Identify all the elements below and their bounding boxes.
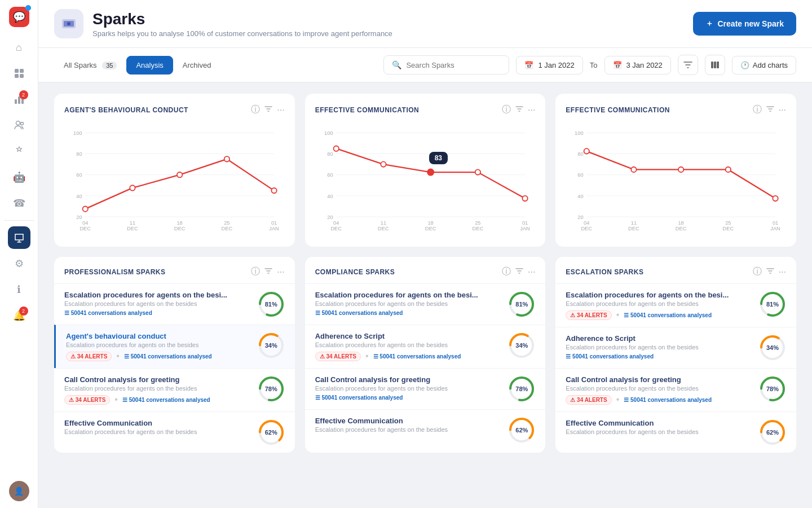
list-item-1-2[interactable]: Call Control analysis for greeting Escal… [305,368,546,409]
list-actions-2[interactable]: ⓘ ··· [753,266,786,278]
list-actions-0[interactable]: ⓘ ··· [251,266,284,278]
svg-text:JAN: JAN [520,226,530,231]
info-icon-2[interactable]: ⓘ [753,104,762,116]
gear-icon[interactable]: ⚙ [8,252,30,275]
pct-label-1-1: 34% [508,332,535,359]
info-list-icon-0[interactable]: ⓘ [251,266,260,278]
alert-badge-0-1: ⚠ 34 ALERTS [66,352,112,361]
svg-point-63 [475,169,480,174]
dashboard-icon[interactable] [8,62,30,85]
more-icon-2[interactable]: ··· [779,105,786,115]
list-item-desc-1-0: Escalation procedures for agents on the … [315,300,503,307]
date-to-box[interactable]: 📅 3 Jan 2022 [604,56,671,75]
svg-text:40: 40 [327,194,333,199]
filter-chart-icon-1[interactable] [515,105,523,115]
list-item-2-2[interactable]: Call Control analysis for greeting Escal… [555,368,796,411]
conv-badge-0-2: ☰ 50041 conversations analysed [122,397,210,403]
list-actions-1[interactable]: ⓘ ··· [502,266,535,278]
list-item-1-3[interactable]: Effective Communication Escalation proce… [305,409,546,450]
chart-actions-2[interactable]: ⓘ ··· [753,104,786,116]
list-item-content-2-3: Effective Communication Escalation proce… [566,419,753,435]
robot-icon[interactable]: 🤖 [8,166,30,189]
list-item-0-2[interactable]: Call Control analysis for greeting Escal… [54,368,295,411]
phone-icon[interactable]: ☎ [8,192,30,214]
tab-analysis[interactable]: Analysis [126,56,173,75]
svg-text:DEC: DEC [723,226,734,231]
main-content: Sparks Sparks helps you to analyse 100% … [38,0,812,508]
list-item-content-0-2: Call Control analysis for greeting Escal… [64,375,252,405]
more-list-icon-1[interactable]: ··· [528,267,535,277]
home-icon[interactable]: ⌂ [8,36,30,59]
pct-label-1-2: 78% [508,375,535,402]
alert-badge-0-2: ⚠ 34 ALERTS [64,395,110,405]
svg-text:DEC: DEC [676,226,687,231]
list-item-2-3[interactable]: Effective Communication Escalation proce… [555,411,796,453]
chart-actions-0[interactable]: ⓘ ··· [251,104,284,116]
sparks-nav-icon[interactable] [8,226,30,249]
list-item-1-1[interactable]: Adherence to Script Escalation procedure… [305,325,546,368]
columns-icon-btn[interactable] [705,55,725,75]
add-charts-label: Add charts [753,61,788,69]
info-icon-1[interactable]: ⓘ [502,104,511,116]
chart-card-0: AGENT'S BEHAVIOURAL CONDUCT ⓘ ··· 100 80… [54,94,295,247]
list-item-0-0[interactable]: Escalation procedures for agents on the … [54,283,295,325]
add-charts-button[interactable]: 🕐 Add charts [732,56,796,75]
info-list-icon-1[interactable]: ⓘ [502,266,511,278]
filter-icon-btn[interactable] [678,55,698,75]
list-item-title-0-1: Agent's behavioural conduct [66,332,252,340]
svg-text:DEC: DEC [80,226,91,231]
tab-all-sparks[interactable]: All Sparks 35 [54,56,126,75]
search-box[interactable]: 🔍 [383,55,509,75]
users-icon[interactable] [8,114,30,137]
svg-text:DEC: DEC [127,226,138,231]
list-item-2-0[interactable]: Escalation procedures for agents on the … [555,283,796,327]
list-item-0-3[interactable]: Effective Communication Escalation proce… [54,411,295,453]
filter-list-icon-1[interactable] [515,267,523,277]
svg-text:25: 25 [224,220,230,226]
date-from-label: 1 Jan 2022 [538,61,574,69]
date-from-box[interactable]: 📅 1 Jan 2022 [516,56,582,75]
list-item-desc-1-2: Escalation procedures for agents on the … [315,385,503,392]
conv-badge-0-1: ☰ 50041 conversations analysed [124,353,212,360]
more-list-icon-0[interactable]: ··· [277,267,284,277]
svg-text:01: 01 [522,220,528,226]
chart-title-2: EFFECTIVE COMMUNICATION [566,106,670,114]
svg-text:01: 01 [773,220,778,226]
conv-badge-2-1: ☰ 50041 conversations analysed [566,353,654,360]
svg-text:20: 20 [76,214,82,220]
list-item-content-1-2: Call Control analysis for greeting Escal… [315,375,503,401]
list-item-desc-0-2: Escalation procedures for agents on the … [64,385,252,392]
chart-title-1: EFFECTIVE COMMUNICATION [315,106,420,114]
tab-archived[interactable]: Archived [173,56,221,75]
list-item-0-1[interactable]: Agent's behavioural conduct Escalation p… [54,325,295,368]
pct-label-2-3: 62% [759,419,786,446]
create-spark-button[interactable]: ＋ Create new Spark [693,12,797,36]
avatar[interactable]: 👤 [9,481,29,501]
filter-list-icon-0[interactable] [264,267,272,277]
filter-list-icon-2[interactable] [766,267,774,277]
info-list-icon-2[interactable]: ⓘ [753,266,762,278]
info-icon-0[interactable]: ⓘ [251,104,260,116]
progress-0-1: 34% [258,332,285,359]
clock-icon: 🕐 [740,61,749,69]
svg-text:JAN: JAN [269,226,279,231]
bell-icon[interactable]: 🔔2 [8,304,30,327]
chart-actions-1[interactable]: ⓘ ··· [502,104,535,116]
info-icon[interactable]: ℹ [8,278,30,301]
more-icon-0[interactable]: ··· [277,105,284,115]
header-left: Sparks Sparks helps you to analyse 100% … [54,9,392,38]
filter-chart-icon-2[interactable] [766,105,774,115]
list-item-content-2-0: Escalation procedures for agents on the … [566,291,753,320]
more-icon-1[interactable]: ··· [528,105,535,115]
list-item-2-1[interactable]: Adherence to Script Escalation procedure… [555,327,796,368]
svg-text:40: 40 [578,194,584,199]
svg-text:04: 04 [82,220,88,226]
settings2-icon[interactable] [8,140,30,163]
list-item-1-0[interactable]: Escalation procedures for agents on the … [305,283,546,325]
chart-card-2: EFFECTIVE COMMUNICATION ⓘ ··· 100 80 60 … [555,94,796,247]
more-list-icon-2[interactable]: ··· [779,267,786,277]
progress-2-3: 62% [759,419,786,446]
filter-chart-icon-0[interactable] [264,105,272,115]
chart-icon[interactable]: 2 [8,88,30,111]
search-input[interactable] [406,61,501,69]
